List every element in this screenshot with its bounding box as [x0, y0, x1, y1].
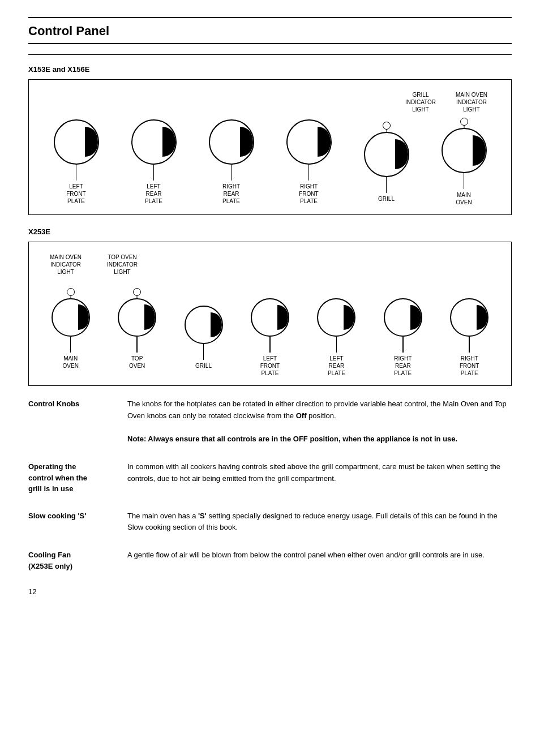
knob-circle-right-rear	[209, 119, 254, 165]
control-knobs-section: Control Knobs The knobs for the hotplate…	[28, 398, 512, 445]
knob-line	[203, 344, 204, 360]
control-knobs-label: Control Knobs	[28, 398, 127, 410]
slow-cooking-label: Slow cooking 'S'	[28, 510, 127, 522]
main-oven-light-circle	[460, 118, 468, 126]
knob-label-main-oven: MAIN OVEN	[456, 191, 472, 206]
x253-knob-circle-right-front	[450, 298, 488, 337]
x253-label-right-rear: RIGHT REAR PLATE	[394, 355, 412, 377]
knob-line	[231, 165, 232, 181]
knob-label-left-front: LEFT FRONT PLATE	[66, 183, 85, 205]
grill-indicator-label: GRILL INDICATOR LIGHT	[401, 91, 440, 113]
x253-knob-top-oven: TOP OVEN	[118, 288, 156, 370]
x253-diagram: MAIN OVEN INDICATOR LIGHT TOP OVEN INDIC…	[28, 242, 512, 386]
x253-label-left-front: LEFT FRONT PLATE	[260, 355, 280, 377]
knob-line	[336, 337, 337, 353]
knob-label-right-rear: RIGHT REAR PLATE	[222, 183, 240, 205]
knob-label-right-front: RIGHT FRONT PLATE	[299, 183, 318, 205]
slow-cooking-section: Slow cooking 'S' The main oven has a 'S'…	[28, 510, 512, 534]
knob-label-grill: GRILL	[378, 195, 395, 203]
x253-knob-circle-main-oven	[52, 298, 90, 337]
page-number: 12	[28, 587, 512, 596]
x253-label-left-rear: LEFT REAR PLATE	[328, 355, 345, 377]
page-title: Control Panel	[28, 24, 512, 44]
x253-main-oven-light	[67, 288, 75, 296]
x253-knob-right-front: RIGHT FRONT PLATE	[450, 280, 488, 377]
knob-line	[469, 337, 470, 353]
operating-grill-content: In common with all cookers having contro…	[127, 461, 512, 485]
knob-line	[70, 337, 71, 353]
knob-right-front-plate: RIGHT FRONT PLATE	[286, 119, 332, 205]
knob-left-front-plate: LEFT FRONT PLATE	[54, 119, 99, 205]
slow-cooking-content: The main oven has a 'S' setting speciall…	[127, 510, 512, 534]
s-bold: 'S'	[198, 512, 207, 520]
knob-line	[402, 337, 404, 353]
x153-section-label: X153E and X156E	[28, 65, 512, 74]
x253-label-top-oven: TOP OVEN	[129, 355, 145, 370]
knob-circle-main-oven	[442, 128, 487, 173]
knob-line	[464, 173, 465, 189]
x253-top-oven-indicator-label: TOP OVEN INDICATOR LIGHT	[100, 254, 145, 276]
x253-main-oven-indicator-label: MAIN OVEN INDICATOR LIGHT	[43, 254, 88, 276]
knob-circle-grill	[364, 132, 409, 177]
grill-knob-with-light	[364, 122, 409, 177]
knob-main-oven: MAIN OVEN	[442, 118, 487, 206]
grill-light-circle	[383, 122, 391, 130]
knob-line	[76, 165, 77, 181]
knob-line	[136, 337, 138, 353]
knob-circle-right-front	[286, 119, 332, 165]
x253-knob-left-front: LEFT FRONT PLATE	[251, 280, 289, 377]
control-knobs-content: The knobs for the hotplates can be rotat…	[127, 398, 512, 445]
x253-knob-left-rear: LEFT REAR PLATE	[317, 280, 355, 377]
knob-line	[269, 337, 271, 353]
knob-right-rear-plate: RIGHT REAR PLATE	[209, 119, 254, 205]
x253-knob-main-oven: MAIN OVEN	[52, 288, 90, 370]
x253-knob-circle-grill	[185, 306, 223, 344]
x253-knob-circle-right-rear	[384, 298, 422, 337]
knob-line	[308, 165, 310, 181]
operating-grill-section: Operating the control when the grill is …	[28, 461, 512, 495]
knob-circle-left-front	[54, 119, 99, 165]
x253-knob-circle-top-oven	[118, 298, 156, 337]
x253-top-oven-light	[133, 288, 141, 296]
main-oven-indicator-label: MAIN OVEN INDICATOR LIGHT	[452, 91, 491, 113]
knob-left-rear-plate: LEFT REAR PLATE	[131, 119, 177, 205]
x253-knob-circle-left-front	[251, 298, 289, 337]
knob-label-left-rear: LEFT REAR PLATE	[145, 183, 162, 205]
x253-knob-right-rear: RIGHT REAR PLATE	[384, 280, 422, 377]
cooling-fan-section: Cooling Fan (X253E only) A gentle flow o…	[28, 549, 512, 572]
knob-circle-left-rear	[131, 119, 177, 165]
cooling-fan-label: Cooling Fan (X253E only)	[28, 549, 127, 572]
knob-line	[153, 165, 155, 181]
operating-grill-label: Operating the control when the grill is …	[28, 461, 127, 495]
x253-top-oven-with-light	[118, 288, 156, 337]
x253-knob-circle-left-rear	[317, 298, 355, 337]
x153-diagram: GRILL INDICATOR LIGHT MAIN OVEN INDICATO…	[28, 79, 512, 215]
x253-main-oven-with-light	[52, 288, 90, 337]
x153-knobs-row: LEFT FRONT PLATE LEFT REAR PLATE RIGHT R…	[37, 118, 503, 206]
main-oven-knob-with-light	[442, 118, 487, 173]
cooling-fan-content: A gentle flow of air will be blown from …	[127, 549, 512, 561]
x253-label-grill: GRILL	[195, 362, 212, 370]
knob-grill: GRILL	[364, 122, 409, 203]
x253-section-label: X253E	[28, 227, 512, 236]
x253-label-main-oven: MAIN OVEN	[63, 355, 79, 370]
off-bold: Off	[296, 411, 307, 420]
knob-line	[386, 177, 387, 193]
x253-knobs-row: MAIN OVEN TOP OVEN GRILL LEFT FRONT PLAT…	[37, 280, 503, 377]
x253-label-right-front: RIGHT FRONT PLATE	[460, 355, 479, 377]
off-note-bold: Note: Always ensure that all controls ar…	[127, 435, 457, 443]
x253-knob-grill: GRILL	[185, 287, 223, 370]
